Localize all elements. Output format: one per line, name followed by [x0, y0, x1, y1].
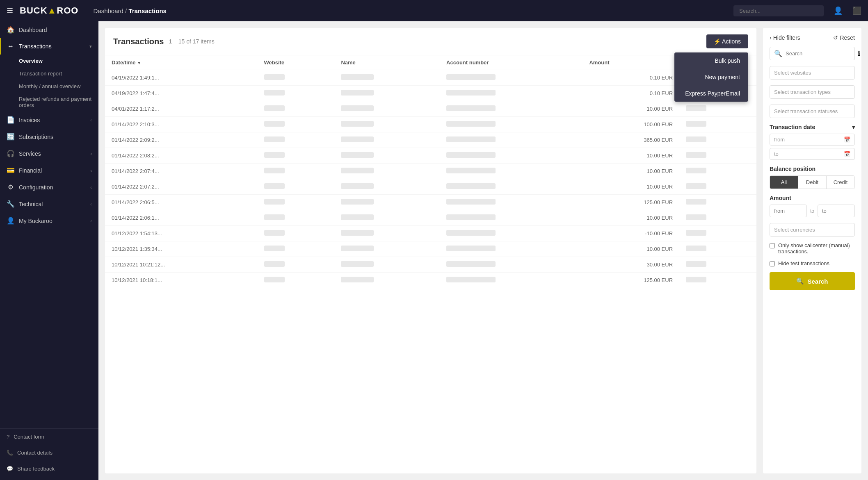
- table-row[interactable]: 10/12/2021 10:18:1...125.00 EUR: [105, 273, 756, 288]
- reset-button[interactable]: ↺ Reset: [833, 34, 855, 41]
- chevron-down-date-icon: ▾: [852, 124, 855, 130]
- cell-amount: 365.00 EUR: [582, 132, 679, 148]
- breadcrumb-current: Transactions: [128, 7, 167, 14]
- cell-website: [258, 210, 335, 226]
- sidebar-bottom-share-feedback[interactable]: 💬 Share feedback: [0, 461, 98, 477]
- table-row[interactable]: 04/19/2022 1:47:4...0.10 EUR: [105, 86, 756, 101]
- sidebar-sub-item-overview[interactable]: Overview: [19, 55, 98, 67]
- cell-account: [440, 226, 582, 241]
- top-search-input[interactable]: [733, 5, 824, 16]
- logo-v: ▲: [48, 5, 57, 16]
- select-transaction-statuses[interactable]: Select transaction statuses: [770, 105, 855, 118]
- dropdown-item-new-payment[interactable]: New payment: [674, 69, 748, 85]
- sidebar-item-transactions[interactable]: ↔ Transactions ▾: [0, 38, 98, 55]
- search-button[interactable]: 🔍 Search: [770, 272, 855, 290]
- col-account[interactable]: Account number: [440, 55, 582, 70]
- amount-to-input[interactable]: [818, 205, 855, 217]
- col-website[interactable]: Website: [258, 55, 335, 70]
- table-row[interactable]: 01/14/2022 2:07:2...10.00 EUR: [105, 179, 756, 195]
- sidebar-item-subscriptions[interactable]: 🔄 Subscriptions: [0, 128, 98, 145]
- actions-button[interactable]: ⚡ Actions: [706, 34, 748, 48]
- table-row[interactable]: 04/01/2022 1:17:2...10.00 EUR: [105, 101, 756, 117]
- sidebar-item-financial[interactable]: 💳 Financial ‹: [0, 162, 98, 179]
- cell-datetime: 01/14/2022 2:06:1...: [105, 210, 258, 226]
- technical-icon: 🔧: [7, 200, 15, 208]
- dropdown-item-express-payper[interactable]: Express PayperEmail: [674, 85, 748, 102]
- col-name[interactable]: Name: [334, 55, 440, 70]
- table-count: 1 – 15 of 17 items: [169, 38, 214, 45]
- transaction-date-label[interactable]: Transaction date ▾: [770, 124, 855, 130]
- profile-icon[interactable]: 👤: [834, 6, 843, 15]
- table-row[interactable]: 01/12/2022 1:54:13...-10.00 EUR: [105, 226, 756, 241]
- select-transaction-types[interactable]: Select transaction types: [770, 85, 855, 99]
- chevron-left-icon-mybuckaroo: ‹: [90, 218, 92, 223]
- cell-website: [258, 195, 335, 210]
- sidebar-bottom-contact-form[interactable]: ? Contact form: [0, 429, 98, 445]
- exit-icon[interactable]: ⬛: [852, 6, 861, 15]
- chevron-left-icon-invoices: ‹: [90, 118, 92, 123]
- date-to-label: to: [774, 151, 779, 157]
- info-icon[interactable]: ℹ: [858, 50, 860, 57]
- cell-name: [334, 148, 440, 164]
- balance-btn-credit[interactable]: Credit: [827, 176, 854, 189]
- cell-website: [258, 148, 335, 164]
- sort-arrow-icon: ▼: [137, 61, 141, 65]
- cell-extra: [679, 241, 756, 257]
- financial-icon: 💳: [7, 166, 15, 174]
- hide-test-label: Hide test transactions: [778, 260, 829, 266]
- chevron-left-icon-technical: ‹: [90, 202, 92, 207]
- table-row[interactable]: 04/19/2022 1:49:1...0.10 EUR: [105, 70, 756, 86]
- col-datetime[interactable]: Date/time ▼: [105, 55, 258, 70]
- cell-account: [440, 257, 582, 273]
- table-row[interactable]: 01/14/2022 2:10:3...100.00 EUR: [105, 117, 756, 132]
- sidebar-item-invoices[interactable]: 📄 Invoices ‹: [0, 111, 98, 128]
- dropdown-item-bulk-push[interactable]: Bulk push: [674, 52, 748, 69]
- table-row[interactable]: 01/14/2022 2:08:2...10.00 EUR: [105, 148, 756, 164]
- chevron-left-icon-configuration: ‹: [90, 185, 92, 190]
- sidebar-sub-item-monthly-overview[interactable]: Monthly / annual overview: [19, 80, 98, 93]
- calendar-from-icon[interactable]: 📅: [844, 136, 850, 143]
- sidebar-sub-item-rejected-refunds[interactable]: Rejected refunds and payment orders: [19, 93, 98, 111]
- sidebar-sub-item-transaction-report[interactable]: Transaction report: [19, 67, 98, 80]
- search-icon: 🔍: [774, 50, 782, 57]
- select-currencies[interactable]: Select currencies: [770, 223, 855, 237]
- mybuckaroo-icon: 👤: [7, 217, 15, 225]
- sidebar-item-dashboard[interactable]: 🏠 Dashboard: [0, 21, 98, 38]
- table-scroll: Date/time ▼ Website Name Account number …: [105, 55, 756, 473]
- cell-extra: [679, 257, 756, 273]
- sidebar-bottom-contact-details[interactable]: 📞 Contact details: [0, 445, 98, 461]
- date-from-row[interactable]: from 📅: [770, 134, 855, 146]
- filter-search-input[interactable]: [786, 50, 854, 57]
- sidebar-item-configuration[interactable]: ⚙ Configuration ‹: [0, 179, 98, 196]
- select-websites[interactable]: Select websites: [770, 66, 855, 80]
- sidebar-item-technical[interactable]: 🔧 Technical ‹: [0, 196, 98, 212]
- chevron-left-icon-services: ‹: [90, 151, 92, 156]
- cell-account: [440, 86, 582, 101]
- col-amount[interactable]: Amount: [582, 55, 679, 70]
- sidebar-item-label-configuration: Configuration: [19, 184, 53, 191]
- share-feedback-label: Share feedback: [17, 466, 55, 472]
- calendar-to-icon[interactable]: 📅: [844, 151, 850, 157]
- cell-amount: 10.00 EUR: [582, 164, 679, 179]
- cell-name: [334, 210, 440, 226]
- table-row[interactable]: 10/12/2021 1:35:34...10.00 EUR: [105, 241, 756, 257]
- hide-filters-button[interactable]: › Hide filters: [770, 34, 800, 41]
- balance-btn-all[interactable]: All: [770, 176, 798, 189]
- balance-btn-debit[interactable]: Debit: [798, 176, 827, 189]
- sidebar-item-services[interactable]: 🎧 Services ‹: [0, 145, 98, 162]
- sidebar-item-mybuckaroo[interactable]: 👤 My Buckaroo ‹: [0, 212, 98, 229]
- callcenter-checkbox[interactable]: [770, 243, 775, 248]
- table-row[interactable]: 01/14/2022 2:06:1...10.00 EUR: [105, 210, 756, 226]
- table-row[interactable]: 01/14/2022 2:06:5...125.00 EUR: [105, 195, 756, 210]
- table-row[interactable]: 01/14/2022 2:07:4...10.00 EUR: [105, 164, 756, 179]
- cell-name: [334, 164, 440, 179]
- cell-account: [440, 241, 582, 257]
- hide-test-checkbox[interactable]: [770, 261, 775, 266]
- breadcrumb-home[interactable]: Dashboard: [93, 7, 123, 14]
- cell-datetime: 01/14/2022 2:06:5...: [105, 195, 258, 210]
- amount-from-input[interactable]: [770, 205, 807, 217]
- hamburger-icon[interactable]: ☰: [7, 6, 13, 15]
- table-row[interactable]: 10/12/2021 10:21:12...30.00 EUR: [105, 257, 756, 273]
- table-row[interactable]: 01/14/2022 2:09:2...365.00 EUR: [105, 132, 756, 148]
- date-to-row[interactable]: to 📅: [770, 148, 855, 160]
